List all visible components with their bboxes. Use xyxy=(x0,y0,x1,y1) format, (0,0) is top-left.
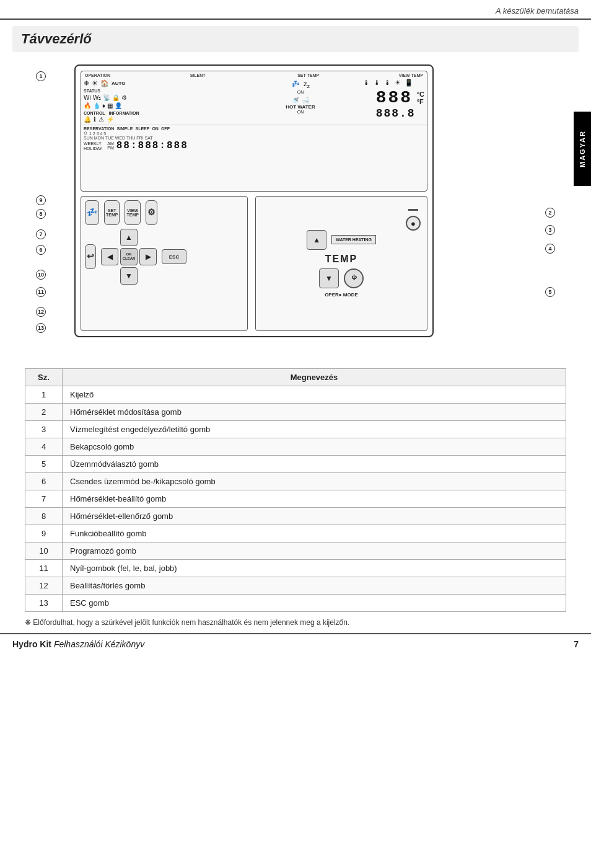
control-label: CONTROL xyxy=(84,111,105,115)
right-panel: ▲ WATER HEATING TEMP ▼ ⏻ OPER● MODE xyxy=(255,196,427,331)
on2-label: ON xyxy=(297,110,304,114)
antenna-icon: 📡 xyxy=(103,94,110,101)
temp-icon3: 🌡 xyxy=(384,79,391,87)
wifi2-icon: W₂ xyxy=(93,94,101,101)
annotation-10: 10 xyxy=(36,269,46,280)
power-icon: ● xyxy=(411,219,416,228)
annotation-6: 6 xyxy=(36,244,46,255)
table-row-desc: Bekapcsoló gomb xyxy=(63,438,566,456)
annotation-4: 4 xyxy=(545,243,555,254)
hotwater-icon1: 🚿 xyxy=(292,97,299,104)
remote-control: OPERATION SILENT SET TEMP VIEW TEMP ❄ ☀ … xyxy=(74,64,434,337)
status-label: STATUS xyxy=(84,88,276,94)
set-temp-btn[interactable]: SETTEMP xyxy=(104,200,120,225)
person-icon: 👤 xyxy=(115,102,122,109)
up-btn[interactable]: ▲ xyxy=(120,229,138,246)
sleep-btn-icon: 💤 xyxy=(87,207,97,217)
settings-btn[interactable]: ⚙ xyxy=(146,200,157,225)
table-row-num: 10 xyxy=(25,542,63,560)
hotwater-icon2: 🛁 xyxy=(302,97,309,104)
celsius-icon: °C xyxy=(417,91,424,98)
set-temp-label: SET TEMP xyxy=(297,73,319,78)
info-table: Sz. Megnevezés 1Kijelző2Hőmérséklet módo… xyxy=(25,368,566,612)
reservation-label: RESERVATION xyxy=(84,126,114,131)
table-row-desc: Hőmérséklet-beállító gomb xyxy=(63,490,566,508)
page-number: 7 xyxy=(574,639,579,649)
table-row-num: 1 xyxy=(25,386,63,404)
hot-water-label: HOT WATER xyxy=(286,104,315,110)
left-btn[interactable]: ◀ xyxy=(101,248,118,265)
warning-icon: ⚠ xyxy=(98,116,104,123)
information-label: INFORMATION xyxy=(109,111,139,115)
table-row-desc: ESC gomb xyxy=(63,595,566,612)
on-label: ON xyxy=(297,90,304,94)
table-row-desc: Csendes üzemmód be-/kikapcsoló gomb xyxy=(63,473,566,490)
big-digits: 888 xyxy=(376,88,416,107)
table-row-num: 8 xyxy=(25,508,63,525)
am-label: AM xyxy=(107,141,114,146)
oper-mode-label: ⏻ xyxy=(351,275,356,281)
col2-header: Megnevezés xyxy=(63,369,566,386)
temp-down-btn[interactable]: ▼ xyxy=(319,268,339,288)
table-row-num: 6 xyxy=(25,473,63,490)
table-row-num: 11 xyxy=(25,560,63,577)
off-label: OFF xyxy=(161,126,170,131)
temp-up-btn[interactable]: ▲ xyxy=(307,230,326,250)
h2o-icon: 💧 xyxy=(93,102,100,109)
display-panel: OPERATION SILENT SET TEMP VIEW TEMP ❄ ☀ … xyxy=(81,71,427,192)
table-row-desc: Kijelző xyxy=(63,386,566,404)
annotation-3: 3 xyxy=(545,224,555,235)
power-btn[interactable]: ● xyxy=(406,216,421,231)
holiday-label: HOLIDAY xyxy=(84,146,102,151)
right-btn[interactable]: ▶ xyxy=(139,248,157,265)
view-temp-btn[interactable]: VIEWTEMP xyxy=(125,200,140,225)
view-temp-label: VIEW TEMP xyxy=(399,73,423,78)
annotation-5: 5 xyxy=(545,286,555,297)
side-tab: MAGYAR xyxy=(574,112,591,186)
control-panel: 💤 SETTEMP VIEWTEMP ⚙ ↩ ▲ xyxy=(81,196,248,331)
annotation-12: 12 xyxy=(36,306,46,317)
on2-label: ON xyxy=(152,126,159,131)
sleep-label: SLEEP xyxy=(135,126,149,131)
simple-label: SIMPLE xyxy=(116,126,133,131)
col1-header: Sz. xyxy=(25,369,63,386)
esc-btn[interactable]: ESC xyxy=(162,249,186,264)
numbers-label: 1 2 3 4 5 xyxy=(89,131,106,136)
down-btn[interactable]: ▼ xyxy=(120,267,138,285)
sleep-mode-btn[interactable]: 💤 xyxy=(85,200,99,225)
ok-clear-btn[interactable]: OKCLEAR xyxy=(120,248,138,265)
days-label: SUN MON TUE WED THU FRI SAT xyxy=(84,136,153,140)
annotation-2: 2 xyxy=(545,207,555,218)
page-footer: Hydro Kit Felhasználói Kézikönyv 7 xyxy=(0,633,591,654)
page-subtitle: A készülék bemutatása xyxy=(0,0,591,19)
snowflake-icon: ❄ xyxy=(84,79,89,87)
table-row-num: 2 xyxy=(25,404,63,421)
big-digits2: 888.8 xyxy=(376,107,416,120)
table-row-desc: Funkcióbeállító gomb xyxy=(63,525,566,542)
settings-icon: ⚙ xyxy=(121,94,127,101)
table-row-desc: Nyíl-gombok (fel, le, bal, jobb) xyxy=(63,560,566,577)
sleep2-icon: zz xyxy=(304,80,310,89)
temp-label: TEMP xyxy=(325,254,357,265)
sleep-icon: 💤 xyxy=(291,80,300,89)
table-row-num: 12 xyxy=(25,577,63,595)
program-btn-icon: ↩ xyxy=(87,251,94,261)
table-row-desc: Programozó gomb xyxy=(63,542,566,560)
diagram-area: 9 8 7 6 10 11 12 13 1 2 3 4 5 OP xyxy=(25,58,566,356)
annotation-11: 11 xyxy=(36,286,46,297)
footer-subtitle: Felhasználói Kézikönyv xyxy=(54,639,144,649)
annotation-1: 1 xyxy=(36,71,46,81)
wifi1-icon: Wi xyxy=(84,94,91,101)
bell-icon: 🔔 xyxy=(84,116,91,123)
table-row-num: 5 xyxy=(25,456,63,473)
annotation-7: 7 xyxy=(36,229,46,239)
table-row-num: 4 xyxy=(25,438,63,456)
lock-icon: 🔒 xyxy=(112,94,120,101)
section-title: Távvezérlő xyxy=(12,26,579,52)
annotation-13: 13 xyxy=(36,322,46,333)
flame-icon: 🔥 xyxy=(84,102,91,109)
oper-mode-btn[interactable]: ⏻ xyxy=(344,268,364,288)
page-title: Távvezérlő xyxy=(21,31,570,47)
program-btn[interactable]: ↩ xyxy=(85,244,96,269)
oper-mode-text: OPER● MODE xyxy=(325,292,358,298)
